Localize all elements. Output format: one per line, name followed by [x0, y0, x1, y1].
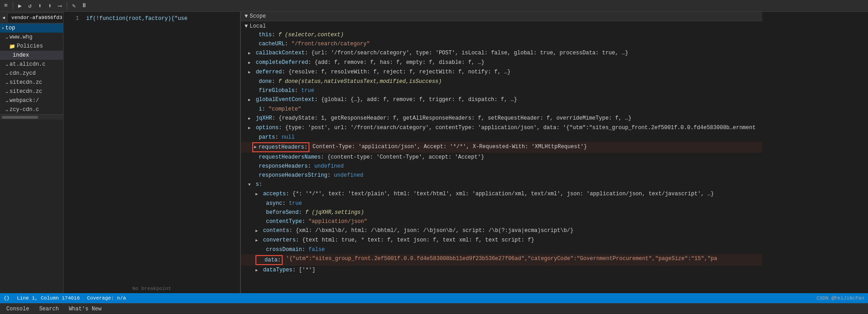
val-done: f done(status,nativeStatusText,modified,… [278, 78, 441, 85]
scope-accepts[interactable]: ▶ accepts: {*: '*/*', text: 'text/plain'… [241, 189, 762, 199]
scope-fireglobals[interactable]: fireGlobals: true [241, 86, 762, 95]
expand-requestheaders[interactable]: ▶ [254, 143, 256, 151]
scope-converters[interactable]: ▶ converters: {text html: true, * text: … [241, 236, 762, 245]
prop-converters: converters [263, 237, 296, 243]
val-completedeferred: {add: f, remove: f, has: f, empty: f, di… [314, 59, 484, 66]
scope-beforesend[interactable]: beforeSend: f (jqXHR,settings) [241, 208, 762, 217]
scope-globaleventcontext[interactable]: ▶ globalEventContext: {global: {…}, add:… [241, 95, 762, 105]
scope-requestheadersnames[interactable]: requestHeadersNames: {content-type: 'Con… [241, 153, 762, 162]
tree-item-webpack[interactable]: ☁ webpack:/ [0, 96, 63, 105]
scope-options[interactable]: ▶ options: {type: 'post', url: '/front/s… [241, 123, 762, 133]
expand-jqxhr[interactable]: ▶ [248, 116, 250, 121]
expand-contents[interactable]: ▶ [255, 229, 258, 233]
scope-async[interactable]: async: true [241, 199, 762, 208]
scope-content[interactable]: ▼ Local this: f (selector,context) cache… [241, 21, 762, 293]
expand-callbackcontext[interactable]: ▶ [248, 51, 250, 56]
expand-s[interactable]: ▼ [248, 183, 250, 187]
scope-data[interactable]: data: '{"utm":"sites_group_front.2ef5001… [241, 254, 762, 266]
tree-item-alicdn[interactable]: ☁ at.alicdn.c [0, 60, 63, 69]
expand-converters[interactable]: ▶ [255, 238, 258, 243]
prop-requestheadersnames: requestHeadersNames [259, 154, 321, 160]
scope-deferred[interactable]: ▶ deferred: {resolve: f, resolveWith: f,… [241, 68, 762, 77]
scope-i[interactable]: i: "complete" [241, 105, 762, 114]
scope-parts[interactable]: parts: null [241, 133, 762, 142]
resume-icon[interactable]: ▶ [16, 2, 24, 10]
prop-fireglobals: fireGlobals [259, 87, 294, 94]
expand-accepts[interactable]: ▶ [255, 192, 258, 197]
tree-item-zcy[interactable]: ☁ zcy-cdn.c [0, 105, 63, 114]
step-icon[interactable]: ⟶ [56, 2, 64, 10]
scope-done[interactable]: done: f done(status,nativeStatusText,mod… [241, 77, 762, 86]
scope-local-header[interactable]: ▼ Local [241, 22, 762, 30]
scope-requestheaders[interactable]: ▶ requestHeaders: Content-Type: 'applica… [241, 142, 762, 153]
step-over-icon[interactable]: ↺ [26, 2, 34, 10]
prop-responseheaders: responseHeaders [259, 163, 308, 169]
tab-whatsnew[interactable]: What's New [64, 305, 106, 313]
val-cacheurl: "/front/search/category" [291, 41, 370, 47]
scope-responseheadersstring[interactable]: responseHeadersString: undefined [241, 171, 762, 180]
prop-completedeferred: completeDeferred [256, 59, 308, 66]
prop-s: s [256, 181, 259, 188]
tab-search[interactable]: Search [34, 305, 63, 313]
scope-jqxhr[interactable]: ▶ jqXHR: {readyState: 1, getResponseHead… [241, 114, 762, 123]
scope-this[interactable]: this: f (selector,context) [241, 30, 762, 39]
expand-completedeferred[interactable]: ▶ [248, 61, 250, 65]
scope-responseheaders[interactable]: responseHeaders: undefined [241, 162, 762, 171]
tree-item-sitecdn2[interactable]: ☁ sitecdn.zc [0, 87, 63, 96]
scope-datatypes[interactable]: ▶ dataTypes: ['*'] [241, 266, 762, 275]
prop-done: done [259, 78, 272, 85]
scope-contents[interactable]: ▶ contents: {xml: /\bxml\b/, html: /\bht… [241, 226, 762, 236]
scope-contenttype[interactable]: contentType: "application/json" [241, 217, 762, 226]
expand-deferred[interactable]: ▶ [248, 70, 250, 75]
prop-i: i [259, 106, 262, 112]
prop-responseheadersstring: responseHeadersString [259, 172, 327, 179]
code-area: 1 if(!function(root,factory){"use [64, 12, 240, 284]
tree-item-top[interactable]: ▼ top [0, 24, 63, 33]
prop-requestheaders: requestHeaders [259, 143, 304, 151]
tab-nav-left[interactable]: ◀ [1, 15, 6, 20]
panel-toggle-icon[interactable]: ≡ [2, 2, 10, 10]
file-tab-label: vendor-afa9656fd3.js [11, 15, 64, 20]
scope-completedeferred[interactable]: ▶ completeDeferred: {add: f, remove: f, … [241, 58, 762, 68]
prop-parts: parts [259, 134, 275, 140]
val-datatypes: ['*'] [299, 267, 315, 273]
scope-callbackcontext[interactable]: ▶ callbackContext: {url: '/front/search/… [241, 48, 762, 58]
prop-crossdomain: crossDomain [266, 246, 302, 253]
step-into-icon[interactable]: ⬇ [36, 2, 44, 10]
val-options: {type: 'post', url: '/front/search/categ… [285, 125, 755, 131]
status-watermark: CSDN @FeiJiNcFan [816, 295, 864, 301]
tree-item-www[interactable]: ☁ www.whg [0, 33, 63, 42]
scope-cacheurl[interactable]: cacheURL: "/front/search/category" [241, 39, 762, 48]
scope-s[interactable]: ▼ s: [241, 180, 762, 189]
pause-icon[interactable]: ⏸ [80, 2, 88, 10]
tree-label-zcy: zcy-cdn.c [10, 106, 39, 113]
tree-item-policies[interactable]: 📁 Policies [0, 42, 63, 51]
file-tab[interactable]: vendor-afa9656fd3.js ✕ [7, 13, 64, 23]
tree-item-index[interactable]: index [0, 51, 63, 60]
code-panel: 1 if(!function(root,factory){"use No bre… [64, 12, 240, 293]
status-brace: {} [4, 295, 10, 301]
val-contents: {xml: /\bxml\b/, html: /\bhtml/, json: /… [296, 227, 574, 234]
expand-options[interactable]: ▶ [248, 126, 250, 130]
tree-label-policies: Policies [17, 43, 43, 49]
no-breakpoint-label: No breakpoint [64, 284, 240, 293]
tab-console[interactable]: Console [2, 305, 34, 313]
scope-crossdomain[interactable]: crossDomain: false [241, 245, 762, 254]
separator-2 [67, 2, 67, 10]
val-deferred: {resolve: f, resolveWith: f, reject: f, … [289, 69, 511, 75]
expand-globaleventcontext[interactable]: ▶ [248, 98, 250, 102]
prop-data: data [265, 256, 278, 264]
local-arrow: ▼ [245, 23, 248, 29]
prop-async: async [266, 200, 282, 207]
val-globaleventcontext: {global: {…}, add: f, remove: f, trigger… [321, 97, 517, 103]
val-requestheaders: Content-Type: 'application/json', Accept… [313, 144, 587, 150]
breakpoints-icon[interactable]: ✎ [70, 2, 78, 10]
prop-datatypes: dataTypes [263, 267, 293, 273]
h-scrollbar[interactable] [0, 114, 63, 120]
prop-callbackcontext: callbackContext [256, 50, 305, 56]
step-out-icon[interactable]: ⬆ [46, 2, 54, 10]
val-fireglobals: true [301, 87, 314, 94]
expand-datatypes[interactable]: ▶ [255, 268, 258, 273]
tree-item-sitecdn1[interactable]: ☁ sitecdn.zc [0, 78, 63, 87]
tree-item-cdn[interactable]: ☁ cdn.zycd [0, 69, 63, 78]
